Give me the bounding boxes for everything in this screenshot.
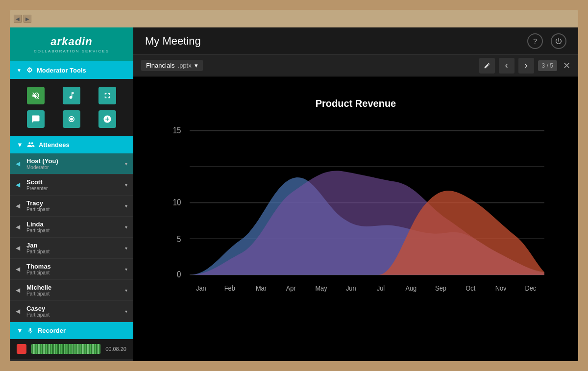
next-slide-button[interactable]: › [518,58,534,74]
attendee-name-linda: Linda [26,221,125,228]
microphone-icon [27,327,34,334]
sidebar: arkadin COLLABORATION SERVICES ▼ ⚙ Moder… [10,27,133,361]
attendee-role-thomas: Participant [26,270,125,275]
chevron-icon: ▼ [17,68,22,73]
attendee-thomas[interactable]: ◀ Thomas Participant ▾ [10,259,133,280]
product-revenue-chart: 15 10 5 0 Jan Feb Mar [155,117,556,335]
fullscreen-button[interactable] [98,87,116,104]
question-mark-icon: ? [533,37,537,45]
svg-text:May: May [316,283,328,292]
attendee-role-scott: Presenter [26,186,125,191]
attendees-label: Attendees [39,141,70,148]
svg-text:Dec: Dec [525,283,537,292]
stop-recording-button[interactable] [17,344,26,354]
attendee-host[interactable]: ◀ Host (You) Moderator ▾ [10,153,133,174]
tools-row-2 [10,107,133,131]
app-window: ◀ ▶ arkadin COLLABORATION SERVICES ▼ ⚙ M… [10,10,578,361]
attendee-expand-tracy: ▾ [125,203,127,209]
attendee-expand-michelle: ▾ [125,288,127,293]
file-name-display[interactable]: Financials .pptx ▾ [141,60,203,71]
content-area: My Meeting ? Financials .pptx [133,27,578,361]
attendee-tracy[interactable]: ◀ Tracy Participant ▾ [10,196,133,217]
attendees-icon [27,141,35,148]
attendee-info-jan: Jan Participant [26,242,125,254]
svg-text:5: 5 [177,234,181,245]
mute-all-button[interactable] [27,87,45,104]
prev-slide-button[interactable]: ‹ [499,58,514,74]
total-pages: 5 [550,62,553,69]
add-participant-button[interactable] [98,110,116,128]
attendee-role-host: Moderator [26,165,125,170]
attendee-expand-thomas: ▾ [125,267,127,272]
attendee-info-thomas: Thomas Participant [26,263,125,275]
speaker-icon-thomas: ◀ [16,266,23,272]
filename-ext: .pptx [178,62,192,69]
svg-text:Feb: Feb [224,283,235,292]
attendee-role-michelle: Participant [26,291,125,297]
nav-back-btn[interactable]: ◀ [14,15,22,23]
attendee-linda[interactable]: ◀ Linda Participant ▾ [10,217,133,238]
logo-area: arkadin COLLABORATION SERVICES [10,27,133,61]
next-icon: › [525,60,528,71]
logo-text: arkadin [50,35,92,48]
attendee-role-casey: Participant [26,312,125,318]
recorder-label: Recorder [38,327,66,334]
attendee-info-tracy: Tracy Participant [26,199,125,212]
music-button[interactable] [63,87,80,104]
nav-forward-btn[interactable]: ▶ [24,15,31,23]
attendee-michelle[interactable]: ◀ Michelle Participant ▾ [10,280,133,301]
power-icon [555,37,563,45]
speaker-icon-jan: ◀ [16,245,23,251]
power-button[interactable] [551,33,566,49]
recorder-header[interactable]: ▼ Recorder [10,322,133,339]
logo-subtitle: COLLABORATION SERVICES [34,49,109,53]
svg-text:Jul: Jul [377,283,385,292]
moderator-tools-header[interactable]: ▼ ⚙ Moderator Tools [10,61,133,79]
filename-text: Financials [146,62,175,69]
camera-button[interactable] [63,110,80,128]
attendee-expand-linda: ▾ [125,224,127,230]
header-icons: ? [527,33,566,49]
speaker-icon-michelle: ◀ [16,287,23,294]
attendee-expand-host: ▾ [125,161,127,167]
attendee-info-scott: Scott Presenter [26,178,125,191]
attendee-name-casey: Casey [26,305,125,312]
attendee-casey[interactable]: ◀ Casey Participant ▾ [10,301,133,322]
attendee-info-michelle: Michelle Participant [26,284,125,297]
chart-container: Product Revenue 15 10 5 0 [155,98,556,340]
attendees-header[interactable]: ▼ Attendees [10,136,133,153]
attendee-expand-casey: ▾ [125,309,127,314]
attendee-list: ◀ Host (You) Moderator ▾ ◀ Scott Present… [10,153,133,322]
attendee-name-host: Host (You) [26,157,125,165]
svg-text:Nov: Nov [495,283,507,292]
pencil-button[interactable] [479,58,495,74]
presentation-toolbar: Financials .pptx ▾ ‹ › 3 / 5 [133,55,578,76]
svg-text:Apr: Apr [286,283,296,292]
slide-display: Product Revenue 15 10 5 0 [133,76,578,361]
attendee-name-tracy: Tracy [26,199,125,207]
svg-text:Aug: Aug [406,283,417,292]
meeting-title: My Meeting [145,35,527,48]
attendee-role-jan: Participant [26,249,125,254]
gear-icon: ⚙ [26,66,33,74]
prev-icon: ‹ [505,60,508,71]
recorder-chevron-icon: ▼ [17,327,23,334]
svg-text:Jan: Jan [196,283,206,292]
tools-panel [10,79,133,136]
svg-text:Sep: Sep [436,283,447,292]
attendee-expand-scott: ▾ [125,182,127,188]
page-indicator: 3 / 5 [538,60,557,71]
attendee-name-michelle: Michelle [26,284,125,291]
attendee-scott[interactable]: ◀ Scott Presenter ▾ [10,174,133,196]
dropdown-chevron-icon: ▾ [195,62,198,69]
title-bar: ◀ ▶ [10,10,578,27]
close-presentation-button[interactable]: ✕ [563,60,570,71]
chat-button[interactable] [27,110,45,128]
attendee-jan[interactable]: ◀ Jan Participant ▾ [10,238,133,259]
attendee-name-thomas: Thomas [26,263,125,270]
svg-text:0: 0 [177,270,181,280]
speaker-icon-casey: ◀ [16,308,23,315]
attendee-info-host: Host (You) Moderator [26,157,125,170]
help-button[interactable]: ? [527,33,543,49]
main-area: arkadin COLLABORATION SERVICES ▼ ⚙ Moder… [10,27,578,361]
